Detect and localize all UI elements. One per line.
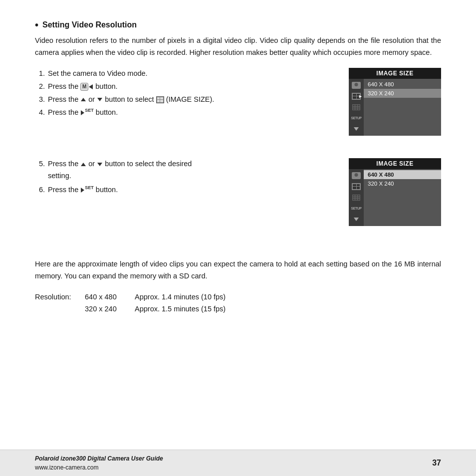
step-4-text: Press the SET button. bbox=[48, 107, 334, 119]
footer-left: Polaroid izone300 Digital Camera User Gu… bbox=[35, 454, 163, 472]
step-4: 4. Press the SET button. bbox=[35, 107, 334, 119]
intro-paragraph: Video resolution refers to the number of… bbox=[35, 35, 441, 59]
menu-640-label-2: 640 X 480 bbox=[368, 172, 394, 178]
set-label-1: SET bbox=[85, 108, 94, 113]
set-arrow-icon-1 bbox=[81, 110, 84, 115]
resolution-table: Resolution: 640 x 480 Approx. 1.4 minute… bbox=[35, 291, 441, 315]
step-1: 1. Set the camera to Video mode. bbox=[35, 68, 334, 80]
menu-640-label: 640 X 480 bbox=[368, 81, 394, 87]
step-2-num: 2. bbox=[35, 81, 45, 93]
grid-2x2-icon-row-2 bbox=[351, 182, 362, 191]
down-arrow-icon-2 bbox=[97, 163, 102, 166]
camera-panel-1: IMAGE SIZE ► bbox=[349, 68, 441, 136]
step-6-text: Press the SET button. bbox=[48, 184, 334, 196]
steps-group-2: 5. Press the or button to select the des… bbox=[35, 158, 441, 226]
bullet-point: • bbox=[35, 20, 38, 30]
setup-icon: SETUP bbox=[351, 116, 362, 120]
panel-2-menu: 640 X 480 320 X 240 bbox=[364, 169, 441, 226]
res-approx-2: Approx. 1.5 minutes (15 fps) bbox=[135, 303, 226, 315]
step-6-num: 6. bbox=[35, 184, 45, 196]
grid-3x3-icon bbox=[352, 104, 360, 110]
left-arrow-icon bbox=[89, 84, 93, 89]
res-size-1: 640 x 480 bbox=[85, 291, 125, 303]
step-3-text: Press the or button to select (IMAGE SIZ… bbox=[48, 94, 334, 106]
panel-1-menu: 640 X 480 320 X 240 bbox=[364, 79, 441, 136]
resolution-label: Resolution: bbox=[35, 291, 85, 315]
title-text: Setting Video Resolution bbox=[42, 20, 137, 29]
panel-1-header: IMAGE SIZE bbox=[349, 68, 441, 79]
resolution-row-2: 320 x 240 Approx. 1.5 minutes (15 fps) bbox=[85, 303, 226, 315]
steps-group-1: 1. Set the camera to Video mode. 2. Pres… bbox=[35, 68, 441, 136]
resolution-rows: Resolution: 640 x 480 Approx. 1.4 minute… bbox=[35, 291, 441, 315]
panel-1-icons: ► SETUP bbox=[349, 79, 364, 136]
image-size-icon bbox=[156, 96, 164, 103]
camera-icon-row-2 bbox=[351, 171, 362, 180]
menu-item-320-2: 320 X 240 bbox=[364, 179, 441, 188]
arrow-down-icon bbox=[354, 127, 359, 131]
panel-2-header: IMAGE SIZE bbox=[349, 158, 441, 169]
up-arrow-icon bbox=[81, 98, 86, 101]
image-size-panel-1: IMAGE SIZE ► bbox=[349, 68, 441, 136]
page-footer: Polaroid izone300 Digital Camera User Gu… bbox=[0, 450, 476, 476]
set-label-2: SET bbox=[85, 185, 94, 190]
panel-1-body: ► SETUP bbox=[349, 79, 441, 136]
menu-item-640: 640 X 480 bbox=[364, 80, 441, 89]
up-arrow-icon-2 bbox=[81, 163, 86, 166]
arrow-down-icon-row bbox=[351, 125, 362, 134]
resolution-values: 640 x 480 Approx. 1.4 minutes (10 fps) 3… bbox=[85, 291, 226, 315]
setup-icon-2: SETUP bbox=[351, 207, 362, 210]
footer-website: www.izone-camera.com bbox=[35, 463, 163, 472]
setup-icon-row: SETUP bbox=[351, 114, 362, 123]
step-4-num: 4. bbox=[35, 107, 45, 119]
camera-icon-row bbox=[351, 81, 362, 90]
step-2: 2. Press the M button. bbox=[35, 81, 334, 93]
setup-icon-row-2: SETUP bbox=[351, 204, 362, 213]
resolution-row-1: 640 x 480 Approx. 1.4 minutes (10 fps) bbox=[85, 291, 226, 303]
footer-company: Polaroid izone300 Digital Camera User Gu… bbox=[35, 454, 163, 463]
panel-2-body: SETUP 640 X 480 320 X 240 bbox=[349, 169, 441, 226]
grid-3x3-icon-2 bbox=[352, 195, 360, 201]
grid-2x2-icon-2 bbox=[352, 183, 361, 190]
step-3-num: 3. bbox=[35, 94, 45, 106]
menu-320-label-2: 320 X 240 bbox=[368, 181, 394, 187]
menu-item-320: 320 X 240 bbox=[364, 89, 441, 98]
down-arrow-icon bbox=[97, 98, 102, 101]
camera-icon-2 bbox=[352, 172, 361, 179]
steps-list-2: 5. Press the or button to select the des… bbox=[35, 158, 334, 226]
step-3: 3. Press the or button to select (IMAGE … bbox=[35, 94, 334, 106]
section-title: • Setting Video Resolution bbox=[35, 20, 441, 30]
res-approx-1: Approx. 1.4 minutes (10 fps) bbox=[135, 291, 226, 303]
grid-2x2-icon-row: ► bbox=[351, 92, 362, 101]
grid-3x3-icon-row-2 bbox=[351, 193, 362, 202]
step-5-text: Press the or button to select the desire… bbox=[48, 158, 334, 182]
step-5-num: 5. bbox=[35, 158, 45, 182]
m-button-icon: M bbox=[80, 83, 88, 91]
menu-320-label: 320 X 240 bbox=[368, 90, 394, 96]
set-arrow-icon-2 bbox=[81, 188, 84, 193]
step-5: 5. Press the or button to select the des… bbox=[35, 158, 334, 182]
grid-3x3-icon-row bbox=[351, 103, 362, 112]
body-paragraph: Here are the approximate length of video… bbox=[35, 258, 441, 282]
panel-2-icons: SETUP bbox=[349, 169, 364, 226]
image-size-panel-2: IMAGE SIZE SETUP bbox=[349, 158, 441, 226]
res-size-2: 320 x 240 bbox=[85, 303, 125, 315]
camera-panel-2: IMAGE SIZE SETUP bbox=[349, 158, 441, 226]
step-1-num: 1. bbox=[35, 68, 45, 80]
step-6: 6. Press the SET button. bbox=[35, 184, 334, 196]
arrow-down-icon-row-2 bbox=[351, 215, 362, 224]
arrow-down-icon-2 bbox=[354, 218, 359, 221]
footer-page-number: 37 bbox=[432, 459, 441, 468]
step-1-text: Set the camera to Video mode. bbox=[48, 68, 334, 80]
step-2-text: Press the M button. bbox=[48, 81, 334, 93]
camera-icon bbox=[352, 82, 361, 89]
menu-item-640-2: 640 X 480 bbox=[364, 170, 441, 179]
steps-list-1: 1. Set the camera to Video mode. 2. Pres… bbox=[35, 68, 334, 136]
